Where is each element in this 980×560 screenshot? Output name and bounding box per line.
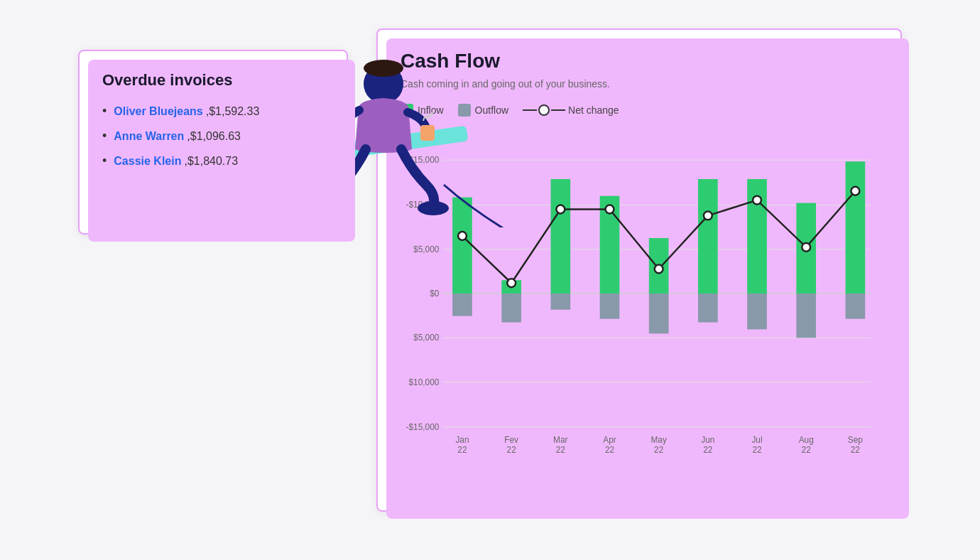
svg-text:22: 22 bbox=[507, 445, 516, 455]
page-wrapper: Overdue invoices Oliver Bluejeans , $1,5… bbox=[0, 0, 980, 560]
bar-sep-inflow bbox=[846, 161, 866, 294]
net-line-circle bbox=[538, 104, 550, 116]
net-dot-sep bbox=[851, 187, 859, 195]
net-dot-may bbox=[655, 265, 663, 274]
net-line-dash bbox=[523, 109, 537, 111]
svg-text:22: 22 bbox=[556, 445, 565, 455]
svg-text:$5,000: $5,000 bbox=[413, 333, 440, 343]
x-label-apr: Apr bbox=[603, 435, 616, 445]
list-item: Anne Warren , $1,096.63 bbox=[102, 129, 324, 144]
svg-text:22: 22 bbox=[851, 445, 860, 455]
invoice-name-1[interactable]: Oliver Bluejeans bbox=[114, 105, 202, 118]
svg-text:22: 22 bbox=[654, 445, 663, 455]
x-label-jan: Jan bbox=[455, 435, 469, 445]
x-label-jun: Jun bbox=[701, 435, 714, 445]
list-item: Oliver Bluejeans , $1,592.33 bbox=[102, 104, 324, 119]
svg-text:22: 22 bbox=[703, 445, 712, 455]
net-change-label: Net change bbox=[568, 104, 619, 116]
svg-text:22: 22 bbox=[605, 445, 614, 455]
svg-point-20 bbox=[418, 201, 449, 215]
x-label-may: May bbox=[650, 435, 666, 445]
svg-text:22: 22 bbox=[457, 445, 467, 455]
bar-aug-outflow bbox=[796, 294, 816, 338]
bar-jul-outflow bbox=[747, 294, 767, 329]
list-item: Cassie Klein , $1,840.73 bbox=[102, 154, 324, 168]
bar-jun-inflow bbox=[698, 179, 718, 294]
overdue-title: Overdue invoices bbox=[102, 71, 324, 90]
svg-point-17 bbox=[364, 60, 403, 77]
net-dot-apr bbox=[606, 205, 614, 214]
x-label-sep: Sep bbox=[848, 435, 863, 445]
net-dot-jul bbox=[753, 196, 761, 205]
bar-jan-outflow bbox=[452, 294, 472, 316]
bar-sep-outflow bbox=[846, 294, 866, 319]
net-dot-mar bbox=[556, 205, 565, 214]
legend-net-change: Net change bbox=[523, 104, 619, 116]
x-label-aug: Aug bbox=[799, 435, 814, 445]
svg-text:$5,000: $5,000 bbox=[413, 244, 440, 254]
svg-rect-18 bbox=[420, 125, 435, 141]
overdue-card: Overdue invoices Oliver Bluejeans , $1,5… bbox=[78, 50, 348, 235]
invoice-list: Oliver Bluejeans , $1,592.33 Anne Warren… bbox=[102, 104, 324, 168]
net-dot-fev bbox=[507, 279, 516, 287]
invoice-name-3[interactable]: Cassie Klein bbox=[114, 155, 181, 168]
net-dot-jun bbox=[704, 211, 712, 220]
svg-text:22: 22 bbox=[752, 445, 761, 455]
bar-fev-outflow bbox=[501, 294, 521, 323]
bar-apr-outflow bbox=[600, 294, 620, 319]
svg-text:22: 22 bbox=[802, 445, 811, 455]
x-label-jul: Jul bbox=[751, 435, 762, 445]
svg-text:-$15,000: -$15,000 bbox=[406, 422, 440, 432]
bar-jun-outflow bbox=[698, 294, 718, 323]
x-label-mar: Mar bbox=[553, 435, 567, 445]
invoice-name-2[interactable]: Anne Warren bbox=[114, 130, 184, 143]
bar-mar-outflow bbox=[550, 294, 570, 310]
x-label-fev: Fev bbox=[504, 435, 518, 445]
bar-mar-inflow bbox=[550, 179, 570, 294]
bar-may-outflow bbox=[649, 294, 669, 333]
net-dot-jan bbox=[458, 232, 467, 240]
net-line-dash2 bbox=[551, 109, 565, 111]
net-dot-aug bbox=[802, 243, 810, 252]
svg-text:$10,000: $10,000 bbox=[409, 377, 440, 387]
svg-text:$0: $0 bbox=[430, 289, 440, 298]
